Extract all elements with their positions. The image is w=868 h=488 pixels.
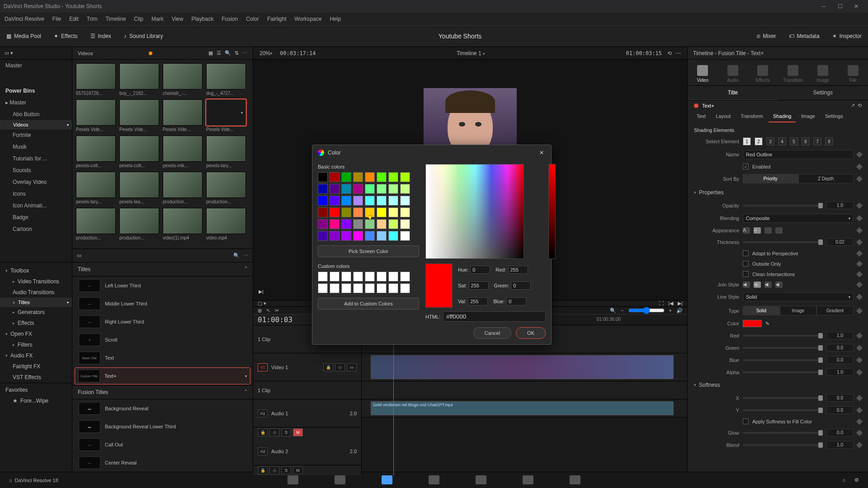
keyframe-icon[interactable] bbox=[856, 282, 863, 288]
custom-swatch[interactable] bbox=[388, 272, 398, 282]
keyframe-icon[interactable] bbox=[856, 307, 863, 314]
media-clip[interactable]: pexels-mik... bbox=[163, 136, 203, 168]
zoom-slider[interactable] bbox=[628, 307, 665, 314]
color-swatch[interactable] bbox=[388, 184, 398, 194]
deliver-page-icon[interactable] bbox=[570, 475, 580, 484]
blue-input[interactable] bbox=[506, 297, 526, 305]
media-clip[interactable]: video(1).mp4 bbox=[163, 208, 203, 240]
edit-page-icon[interactable] bbox=[382, 475, 392, 484]
menu-item[interactable]: Help bbox=[330, 16, 341, 22]
keyframe-icon[interactable] bbox=[856, 163, 863, 169]
color-page-icon[interactable] bbox=[476, 475, 486, 484]
red-value[interactable]: 1.0 bbox=[826, 332, 854, 339]
soft-x-value[interactable]: 0.0 bbox=[826, 394, 854, 402]
color-swatch[interactable] bbox=[341, 231, 351, 241]
color-swatch[interactable] bbox=[377, 219, 387, 229]
menu-item[interactable]: Clip bbox=[134, 16, 143, 22]
bin-master[interactable]: Master bbox=[0, 60, 72, 71]
keyframe-icon[interactable] bbox=[856, 202, 863, 208]
color-swatch[interactable] bbox=[400, 219, 410, 229]
color-swatch[interactable] bbox=[365, 184, 375, 194]
lock-icon[interactable]: 🔒 bbox=[258, 466, 268, 474]
menu-item[interactable]: File bbox=[52, 16, 61, 22]
pick-screen-color-button[interactable]: Pick Screen Color bbox=[318, 245, 419, 257]
eyedropper-icon[interactable]: ✎ bbox=[765, 321, 769, 327]
media-clip[interactable]: dog_-_4727... bbox=[206, 63, 246, 96]
home-icon[interactable]: ⌂ bbox=[842, 477, 845, 483]
sort-priority[interactable]: Priority bbox=[743, 174, 798, 183]
keyframe-icon[interactable] bbox=[856, 407, 863, 413]
inspector-tab-image[interactable]: Image bbox=[808, 60, 838, 85]
opacity-value[interactable]: 1.0 bbox=[826, 202, 854, 209]
join-style-icon[interactable]: ◀ bbox=[754, 282, 761, 288]
bin-item[interactable]: Cartoon bbox=[0, 223, 72, 235]
color-swatch[interactable] bbox=[353, 231, 363, 241]
softness-header[interactable]: ▾Softness bbox=[688, 378, 868, 392]
val-input[interactable] bbox=[468, 297, 488, 305]
custom-swatch[interactable] bbox=[330, 272, 340, 282]
green-input[interactable] bbox=[511, 282, 531, 290]
custom-swatch[interactable] bbox=[377, 272, 387, 282]
keyframe-icon[interactable] bbox=[856, 151, 863, 158]
custom-swatch[interactable] bbox=[353, 272, 363, 282]
lock-icon[interactable]: 🔒 bbox=[323, 363, 333, 371]
blend-slider[interactable] bbox=[743, 444, 823, 446]
title-item[interactable]: —Right Lower Third bbox=[75, 314, 250, 330]
menu-item[interactable]: DaVinci Resolve bbox=[5, 16, 44, 22]
menu-item[interactable]: Fusion bbox=[222, 16, 238, 22]
custom-swatch[interactable] bbox=[318, 272, 328, 282]
keyframe-icon[interactable] bbox=[856, 239, 863, 245]
properties-header[interactable]: ▾Properties bbox=[688, 186, 868, 199]
color-swatch[interactable] bbox=[341, 219, 351, 229]
color-swatch[interactable] bbox=[365, 172, 375, 182]
sort-icon[interactable]: ⇅ bbox=[235, 50, 239, 56]
tree-audiofx[interactable]: ▾Audio FX bbox=[0, 350, 72, 361]
ok-button[interactable]: OK bbox=[516, 327, 546, 339]
custom-swatch[interactable] bbox=[388, 283, 398, 293]
bin-item[interactable]: Fortnite bbox=[0, 129, 72, 141]
blade-tool-icon[interactable]: ✂ bbox=[275, 308, 279, 314]
appearance-outline-icon[interactable]: A bbox=[754, 227, 761, 234]
maximize-icon[interactable]: ☐ bbox=[832, 2, 848, 11]
media-clip[interactable]: cheetah_-... bbox=[163, 63, 203, 96]
tree-item-titles[interactable]: ▸Titles bbox=[0, 298, 72, 307]
collapse-icon[interactable]: ˄ bbox=[245, 266, 247, 272]
menu-item[interactable]: Workspace bbox=[295, 16, 322, 22]
effects-button[interactable]: ✦ Effects bbox=[47, 30, 84, 42]
element-7[interactable]: 7 bbox=[813, 137, 821, 145]
bin-item[interactable]: Icon Animati... bbox=[0, 200, 72, 211]
type-solid[interactable]: Solid bbox=[743, 306, 780, 315]
media-page-icon[interactable] bbox=[288, 475, 298, 484]
media-clip[interactable]: pexels-tary... bbox=[76, 172, 116, 204]
name-input[interactable]: Red Outline bbox=[743, 150, 854, 159]
bins-menu-icon[interactable]: ▭ ▾ bbox=[5, 50, 13, 56]
color-swatch[interactable] bbox=[743, 320, 762, 327]
sort-zdepth[interactable]: Z Depth bbox=[798, 174, 854, 183]
keyframe-icon[interactable] bbox=[856, 260, 863, 267]
color-swatch[interactable] bbox=[353, 207, 363, 217]
sound-library-button[interactable]: ♪ Sound Library bbox=[118, 30, 170, 42]
keyframe-icon[interactable] bbox=[856, 429, 863, 436]
color-swatch[interactable] bbox=[318, 172, 328, 182]
title-item[interactable]: —Middle Lower Third bbox=[75, 296, 250, 312]
color-swatch[interactable] bbox=[341, 184, 351, 194]
media-clip[interactable]: Pexels Vide... bbox=[119, 99, 159, 132]
title-item[interactable]: —Center Reveal bbox=[75, 455, 250, 471]
media-clip[interactable]: production... bbox=[76, 208, 116, 240]
custom-swatch[interactable] bbox=[341, 272, 351, 282]
soft-y-value[interactable]: 0.0 bbox=[826, 406, 854, 414]
color-swatch[interactable] bbox=[388, 219, 398, 229]
timeline-name[interactable]: Timeline 1 ▾ bbox=[457, 50, 485, 56]
prev-clip-icon[interactable]: |◀ bbox=[668, 300, 673, 306]
preset-icon[interactable]: ↗ bbox=[851, 103, 855, 108]
menu-item[interactable]: Timeline bbox=[105, 16, 126, 22]
settings-icon[interactable]: ⚙ bbox=[854, 477, 859, 483]
menu-item[interactable]: Playback bbox=[191, 16, 213, 22]
reset-icon[interactable]: ⟲ bbox=[858, 103, 862, 108]
cancel-button[interactable]: Cancel bbox=[473, 327, 511, 339]
opacity-slider[interactable] bbox=[743, 205, 823, 206]
element-1[interactable]: 1 bbox=[743, 137, 751, 145]
next-clip-icon[interactable]: ▶| bbox=[678, 300, 683, 306]
inspector-tab-transition[interactable]: Transition bbox=[778, 60, 808, 85]
color-swatch[interactable] bbox=[318, 207, 328, 217]
